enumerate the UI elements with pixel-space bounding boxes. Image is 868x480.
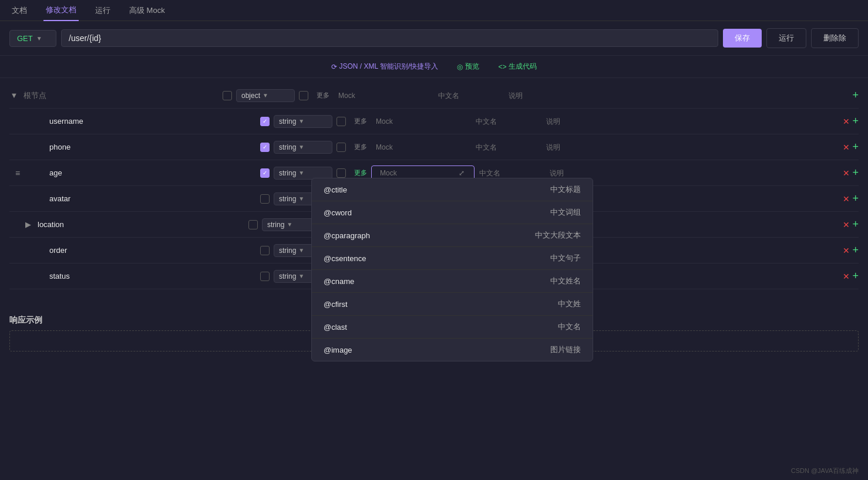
codegen-label: 生成代码 xyxy=(509,62,537,72)
delete-field-icon[interactable]: ✕ xyxy=(843,168,850,178)
nav-item-advanced-mock[interactable]: 高级 Mock xyxy=(127,0,167,21)
dropdown-item-key: @cfirst xyxy=(324,300,348,309)
mock-input[interactable] xyxy=(371,141,471,153)
save-button[interactable]: 保存 xyxy=(723,29,762,48)
field-checkbox[interactable] xyxy=(260,272,270,281)
delete-field-icon[interactable]: ✕ xyxy=(843,194,850,204)
root-name-input[interactable] xyxy=(19,89,218,102)
type-label: string xyxy=(279,169,296,177)
footer: CSDN @JAVA百练成神 xyxy=(782,462,868,480)
codegen-button[interactable]: <> 生成代码 xyxy=(498,62,537,72)
more-checkbox[interactable] xyxy=(337,168,346,178)
dropdown-item[interactable]: @cname 中文姓名 xyxy=(312,270,593,293)
delete-field-icon[interactable]: ✕ xyxy=(843,117,850,126)
field-checkbox[interactable] xyxy=(260,117,270,126)
checkbox-cell xyxy=(256,117,274,126)
dropdown-item-key: @cname xyxy=(324,277,354,286)
mock-expand-icon[interactable]: ⤢ xyxy=(459,169,465,177)
delete-field-icon[interactable]: ✕ xyxy=(843,272,850,281)
desc-input[interactable] xyxy=(541,116,612,127)
cn-name-input[interactable] xyxy=(475,167,545,179)
delete-field-icon[interactable]: ✕ xyxy=(843,246,850,255)
desc-input[interactable] xyxy=(545,167,615,179)
run-button[interactable]: 运行 xyxy=(766,28,806,48)
field-checkbox[interactable] xyxy=(260,194,270,204)
dropdown-item-desc: 图片链接 xyxy=(550,344,581,355)
field-name-input[interactable] xyxy=(45,166,256,180)
dropdown-item-desc: 中文姓名 xyxy=(550,276,581,286)
field-name-input[interactable] xyxy=(45,269,256,283)
add-field-icon[interactable]: + xyxy=(852,218,859,231)
add-field-icon[interactable]: + xyxy=(852,192,859,205)
more-checkbox[interactable] xyxy=(337,117,346,126)
field-checkbox[interactable] xyxy=(260,143,270,152)
root-mock-input[interactable] xyxy=(334,90,433,102)
expand-arrow[interactable]: ▶ xyxy=(23,220,33,229)
preview-button[interactable]: ◎ 预览 xyxy=(457,62,479,72)
type-chevron-icon: ▼ xyxy=(298,170,304,176)
root-type-chevron-icon: ▼ xyxy=(263,92,268,99)
field-actions: ✕ + xyxy=(843,141,859,153)
field-name-input[interactable] xyxy=(45,140,256,154)
nav-item-docs[interactable]: 文档 xyxy=(9,0,29,21)
more-button[interactable]: 更多 xyxy=(350,141,371,153)
age-mock-input[interactable] xyxy=(375,167,457,179)
root-add-icon[interactable]: + xyxy=(852,89,859,102)
root-desc-input[interactable] xyxy=(504,90,574,102)
root-more-button[interactable]: 更多 xyxy=(312,90,334,101)
field-name-input[interactable] xyxy=(45,192,256,205)
import-button[interactable]: ⟳ JSON / XML 智能识别/快捷导入 xyxy=(331,62,439,72)
more-checkbox[interactable] xyxy=(337,143,346,152)
preview-label: 预览 xyxy=(465,62,479,72)
field-checkbox[interactable] xyxy=(260,246,270,255)
table-row: string ▼ 更多 ✕ + xyxy=(9,134,859,160)
nav-item-edit[interactable]: 修改文档 xyxy=(43,0,79,21)
root-cn-input[interactable] xyxy=(433,90,504,102)
dropdown-item-desc: 中文名 xyxy=(558,322,581,332)
more-button[interactable]: 更多 xyxy=(350,116,371,127)
add-field-icon[interactable]: + xyxy=(852,167,859,179)
dropdown-item[interactable]: @cword 中文词组 xyxy=(312,201,593,224)
root-more-cb[interactable] xyxy=(299,91,308,100)
dropdown-item[interactable]: @image 图片链接 xyxy=(312,339,593,361)
dropdown-item[interactable]: @cparagraph 中文大段文本 xyxy=(312,224,593,247)
field-name-input[interactable] xyxy=(45,114,256,128)
add-field-icon[interactable]: + xyxy=(852,244,859,256)
root-checkbox[interactable] xyxy=(223,91,232,100)
dropdown-item-key: @image xyxy=(324,346,352,354)
root-expand-arrow[interactable]: ▼ xyxy=(9,91,19,100)
checkbox-cell xyxy=(256,143,274,152)
type-chevron-icon: ▼ xyxy=(298,118,304,124)
desc-input[interactable] xyxy=(541,141,612,153)
drag-handle-icon[interactable]: ≡ xyxy=(12,168,23,178)
type-select[interactable]: string ▼ xyxy=(274,115,332,128)
dropdown-item[interactable]: @ctitle 中文标题 xyxy=(312,178,593,201)
delete-field-icon[interactable]: ✕ xyxy=(843,220,850,229)
mock-input[interactable] xyxy=(371,116,471,127)
field-name-input[interactable] xyxy=(45,244,256,257)
field-actions: ✕ + xyxy=(843,270,859,282)
type-label: string xyxy=(267,221,284,229)
add-field-icon[interactable]: + xyxy=(852,141,859,153)
delete-button[interactable]: 删除除 xyxy=(811,28,859,48)
add-field-icon[interactable]: + xyxy=(852,115,859,127)
cn-name-input[interactable] xyxy=(471,116,541,127)
more-button[interactable]: 更多 xyxy=(350,167,371,178)
dropdown-item[interactable]: @cfirst 中文姓 xyxy=(312,293,593,316)
cn-name-input[interactable] xyxy=(471,141,541,153)
dropdown-item[interactable]: @clast 中文名 xyxy=(312,316,593,339)
field-checkbox[interactable] xyxy=(260,168,270,178)
nav-item-run[interactable]: 运行 xyxy=(93,0,113,21)
dropdown-item-desc: 中文句子 xyxy=(550,253,581,263)
add-field-icon[interactable]: + xyxy=(852,270,859,282)
root-row: ▼ object ▼ 更多 + xyxy=(9,83,859,109)
field-name-input[interactable] xyxy=(33,218,244,231)
field-actions: ✕ + xyxy=(843,115,859,127)
method-select[interactable]: GET ▼ xyxy=(9,30,56,47)
url-input[interactable] xyxy=(61,29,718,47)
delete-field-icon[interactable]: ✕ xyxy=(843,143,850,152)
type-select[interactable]: string ▼ xyxy=(274,141,332,154)
field-checkbox[interactable] xyxy=(248,220,258,229)
root-type-select[interactable]: object ▼ xyxy=(236,89,295,102)
dropdown-item[interactable]: @csentence 中文句子 xyxy=(312,247,593,270)
